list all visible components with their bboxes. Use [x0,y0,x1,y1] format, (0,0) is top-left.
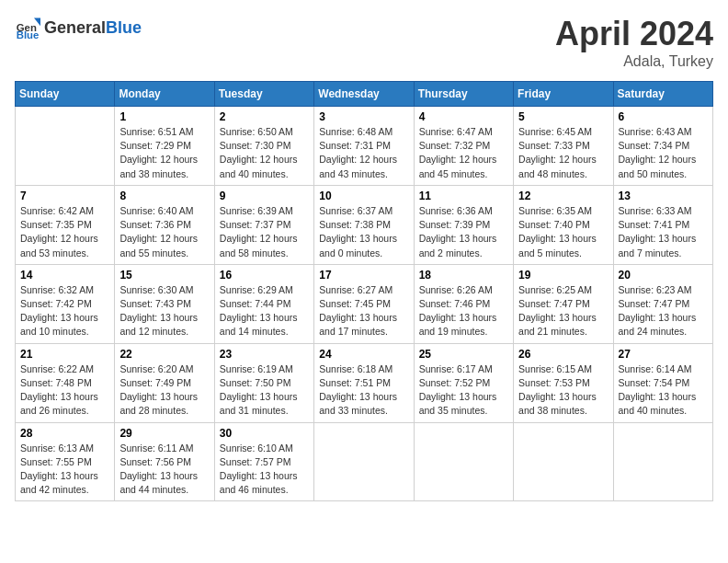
day-number: 25 [419,348,508,361]
calendar-cell: 5Sunrise: 6:45 AMSunset: 7:33 PMDaylight… [514,107,613,186]
logo: Gen Blue GeneralBlue [15,15,142,40]
calendar-cell: 17Sunrise: 6:27 AMSunset: 7:45 PMDayligh… [314,264,414,343]
day-number: 12 [518,190,608,202]
cell-info: Sunrise: 6:37 AMSunset: 7:38 PMDaylight:… [319,204,408,260]
day-number: 2 [220,110,309,123]
calendar-cell: 27Sunrise: 6:14 AMSunset: 7:54 PMDayligh… [613,343,712,422]
calendar-week-row: 7Sunrise: 6:42 AMSunset: 7:35 PMDaylight… [16,185,713,264]
cell-info: Sunrise: 6:35 AMSunset: 7:40 PMDaylight:… [518,204,608,260]
day-number: 29 [119,427,209,440]
calendar-week-row: 14Sunrise: 6:32 AMSunset: 7:42 PMDayligh… [16,264,713,343]
cell-info: Sunrise: 6:20 AMSunset: 7:49 PMDaylight:… [119,362,209,419]
weekday-header-saturday: Saturday [613,82,712,107]
calendar-cell: 11Sunrise: 6:36 AMSunset: 7:39 PMDayligh… [414,185,513,264]
calendar-cell: 3Sunrise: 6:48 AMSunset: 7:31 PMDaylight… [314,107,414,186]
day-number: 17 [319,269,408,282]
cell-info: Sunrise: 6:27 AMSunset: 7:45 PMDaylight:… [319,283,408,339]
calendar-cell: 1Sunrise: 6:51 AMSunset: 7:29 PMDaylight… [115,107,214,186]
weekday-header-sunday: Sunday [16,82,115,107]
calendar-cell: 16Sunrise: 6:29 AMSunset: 7:44 PMDayligh… [214,264,313,343]
day-number: 23 [220,348,309,361]
cell-info: Sunrise: 6:30 AMSunset: 7:43 PMDaylight:… [119,283,209,339]
cell-info: Sunrise: 6:43 AMSunset: 7:34 PMDaylight:… [619,125,708,181]
calendar-cell: 29Sunrise: 6:11 AMSunset: 7:56 PMDayligh… [115,422,214,501]
calendar-cell: 13Sunrise: 6:33 AMSunset: 7:41 PMDayligh… [613,185,712,264]
day-number: 19 [518,269,608,282]
logo-text-general: General [44,18,106,37]
calendar-cell: 23Sunrise: 6:19 AMSunset: 7:50 PMDayligh… [214,343,313,422]
cell-info: Sunrise: 6:26 AMSunset: 7:46 PMDaylight:… [419,283,508,339]
calendar-cell: 12Sunrise: 6:35 AMSunset: 7:40 PMDayligh… [514,185,613,264]
calendar-cell: 6Sunrise: 6:43 AMSunset: 7:34 PMDaylight… [613,107,712,186]
cell-info: Sunrise: 6:42 AMSunset: 7:35 PMDaylight:… [20,204,109,260]
cell-info: Sunrise: 6:22 AMSunset: 7:48 PMDaylight:… [20,362,109,419]
weekday-header-monday: Monday [115,82,214,107]
day-number: 21 [20,348,109,361]
day-number: 11 [419,190,508,202]
calendar-cell: 14Sunrise: 6:32 AMSunset: 7:42 PMDayligh… [16,264,115,343]
calendar-cell: 20Sunrise: 6:23 AMSunset: 7:47 PMDayligh… [613,264,712,343]
calendar-week-row: 1Sunrise: 6:51 AMSunset: 7:29 PMDaylight… [16,107,713,186]
calendar-cell: 15Sunrise: 6:30 AMSunset: 7:43 PMDayligh… [115,264,214,343]
calendar-cell: 30Sunrise: 6:10 AMSunset: 7:57 PMDayligh… [214,422,313,501]
cell-info: Sunrise: 6:39 AMSunset: 7:37 PMDaylight:… [220,204,309,260]
cell-info: Sunrise: 6:23 AMSunset: 7:47 PMDaylight:… [619,283,708,339]
calendar-cell [414,422,513,501]
calendar-cell: 18Sunrise: 6:26 AMSunset: 7:46 PMDayligh… [414,264,513,343]
cell-info: Sunrise: 6:14 AMSunset: 7:54 PMDaylight:… [619,362,708,419]
calendar-cell: 8Sunrise: 6:40 AMSunset: 7:36 PMDaylight… [115,185,214,264]
cell-info: Sunrise: 6:25 AMSunset: 7:47 PMDaylight:… [518,283,608,339]
weekday-header-thursday: Thursday [414,82,513,107]
logo-text-blue: Blue [106,18,142,37]
day-number: 5 [518,110,608,123]
day-number: 7 [20,190,109,202]
weekday-header-friday: Friday [514,82,613,107]
calendar-week-row: 28Sunrise: 6:13 AMSunset: 7:55 PMDayligh… [16,422,713,501]
day-number: 13 [619,190,708,202]
cell-info: Sunrise: 6:36 AMSunset: 7:39 PMDaylight:… [419,204,508,260]
cell-info: Sunrise: 6:47 AMSunset: 7:32 PMDaylight:… [419,125,508,181]
day-number: 26 [518,348,608,361]
cell-info: Sunrise: 6:11 AMSunset: 7:56 PMDaylight:… [119,442,209,498]
weekday-header-tuesday: Tuesday [214,82,313,107]
title-location: Adala, Turkey [555,53,713,70]
cell-info: Sunrise: 6:45 AMSunset: 7:33 PMDaylight:… [518,125,608,181]
day-number: 16 [220,269,309,282]
day-number: 1 [119,110,209,123]
cell-info: Sunrise: 6:13 AMSunset: 7:55 PMDaylight:… [20,442,109,498]
day-number: 30 [220,427,309,440]
calendar-cell [314,422,414,501]
calendar-cell [613,422,712,501]
day-number: 8 [119,190,209,202]
day-number: 24 [319,348,408,361]
cell-info: Sunrise: 6:29 AMSunset: 7:44 PMDaylight:… [220,283,309,339]
cell-info: Sunrise: 6:19 AMSunset: 7:50 PMDaylight:… [220,362,309,419]
cell-info: Sunrise: 6:18 AMSunset: 7:51 PMDaylight:… [319,362,408,419]
day-number: 3 [319,110,408,123]
title-block: April 2024 Adala, Turkey [555,15,713,70]
calendar-cell [16,107,115,186]
calendar-cell: 28Sunrise: 6:13 AMSunset: 7:55 PMDayligh… [16,422,115,501]
day-number: 15 [119,269,209,282]
cell-info: Sunrise: 6:40 AMSunset: 7:36 PMDaylight:… [119,204,209,260]
calendar-cell: 2Sunrise: 6:50 AMSunset: 7:30 PMDaylight… [214,107,313,186]
calendar-cell: 22Sunrise: 6:20 AMSunset: 7:49 PMDayligh… [115,343,214,422]
day-number: 22 [119,348,209,361]
cell-info: Sunrise: 6:33 AMSunset: 7:41 PMDaylight:… [619,204,708,260]
day-number: 9 [220,190,309,202]
calendar-cell: 26Sunrise: 6:15 AMSunset: 7:53 PMDayligh… [514,343,613,422]
cell-info: Sunrise: 6:17 AMSunset: 7:52 PMDaylight:… [419,362,508,419]
calendar-cell: 19Sunrise: 6:25 AMSunset: 7:47 PMDayligh… [514,264,613,343]
calendar-table: SundayMondayTuesdayWednesdayThursdayFrid… [15,81,713,501]
svg-text:Blue: Blue [17,29,40,40]
title-month: April 2024 [555,15,713,53]
calendar-cell: 7Sunrise: 6:42 AMSunset: 7:35 PMDaylight… [16,185,115,264]
cell-info: Sunrise: 6:10 AMSunset: 7:57 PMDaylight:… [220,442,309,498]
calendar-cell: 4Sunrise: 6:47 AMSunset: 7:32 PMDaylight… [414,107,513,186]
cell-info: Sunrise: 6:51 AMSunset: 7:29 PMDaylight:… [119,125,209,181]
calendar-cell: 24Sunrise: 6:18 AMSunset: 7:51 PMDayligh… [314,343,414,422]
day-number: 6 [619,110,708,123]
weekday-header-row: SundayMondayTuesdayWednesdayThursdayFrid… [16,82,713,107]
calendar-cell: 10Sunrise: 6:37 AMSunset: 7:38 PMDayligh… [314,185,414,264]
page-header: Gen Blue GeneralBlue April 2024 Adala, T… [15,15,713,70]
